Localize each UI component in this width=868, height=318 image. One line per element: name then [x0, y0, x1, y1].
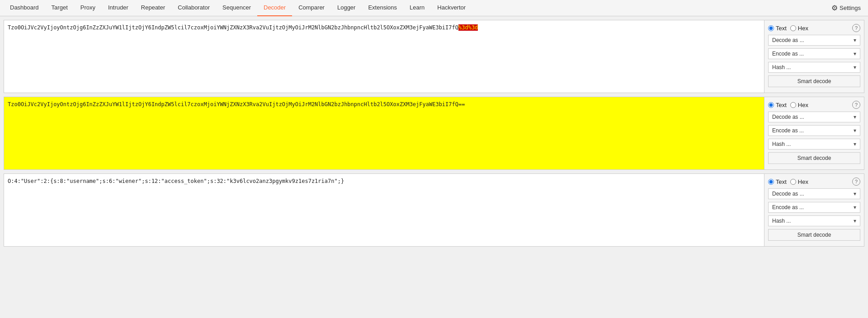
nav-item-decoder[interactable]: Decoder [257, 0, 292, 16]
panel1-smart-decode-button[interactable]: Smart decode [768, 75, 860, 87]
panel1-help-icon[interactable]: ? [852, 24, 860, 32]
panel1-decode-chevron-icon [854, 37, 856, 43]
nav-item-proxy[interactable]: Proxy [74, 0, 102, 16]
panel3-radio-group: Text Hex ? [768, 178, 860, 186]
gear-icon: ⚙ [831, 4, 838, 12]
decoder-panel-3: O:4:"User":2:{s:8:"username";s:6:"wiener… [4, 173, 864, 247]
panel1-decode-as-label: Decode as ... [772, 37, 804, 43]
panel2-hash-label: Hash ... [772, 141, 791, 147]
panel1-hex-radio-label[interactable]: Hex [790, 25, 808, 32]
panel1-hash-label: Hash ... [772, 64, 791, 70]
panel1-text-highlighted: %3d%3d [458, 24, 478, 31]
panel1-text-radio-label[interactable]: Text [768, 25, 787, 32]
panel3-decode-as-button[interactable]: Decode as ... [768, 188, 860, 199]
nav-item-collaborator[interactable]: Collaborator [171, 0, 216, 16]
panel2-text-radio[interactable] [768, 102, 774, 108]
panel2-controls: Text Hex ? Decode as ... Encode as ... H… [764, 97, 864, 169]
panel3-encode-as-label: Encode as ... [772, 204, 804, 210]
panel1-text-area[interactable]: Tzo0OiJVc2VyIjoyOntzOjg6InZzZXJuYW1lIjtz… [4, 20, 764, 93]
panel1-text-prefix: Tzo0OiJVc2VyIjoyOntzOjg6InZzZXJuYW1lIjtz… [8, 24, 458, 31]
panel3-encode-chevron-icon [854, 204, 856, 210]
panel1-encode-as-label: Encode as ... [772, 51, 804, 57]
panel3-hash-chevron-icon [854, 218, 856, 224]
panel3-decode-chevron-icon [854, 191, 856, 197]
panel2-hex-radio[interactable] [790, 102, 796, 108]
panel3-encode-as-button[interactable]: Encode as ... [768, 202, 860, 213]
panel2-radio-group: Text Hex ? [768, 101, 860, 109]
panel3-hash-button[interactable]: Hash ... [768, 215, 860, 226]
panel1-text-label: Text [776, 25, 787, 32]
panel2-hash-button[interactable]: Hash ... [768, 139, 860, 150]
panel3-text-area[interactable]: O:4:"User":2:{s:8:"username";s:6:"wiener… [4, 174, 764, 246]
nav-item-sequencer[interactable]: Sequencer [216, 0, 257, 16]
nav-item-dashboard[interactable]: Dashboard [4, 0, 45, 16]
nav-item-target[interactable]: Target [45, 0, 74, 16]
nav-item-extensions[interactable]: Extensions [362, 0, 403, 16]
panel1-decode-as-button[interactable]: Decode as ... [768, 35, 860, 46]
panel2-encode-as-button[interactable]: Encode as ... [768, 125, 860, 136]
panel1-encode-as-button[interactable]: Encode as ... [768, 48, 860, 59]
panel3-hex-radio[interactable] [790, 179, 796, 185]
panel2-help-icon[interactable]: ? [852, 101, 860, 109]
nav-item-hackvertor[interactable]: Hackvertor [431, 0, 472, 16]
panel2-smart-decode-button[interactable]: Smart decode [768, 152, 860, 164]
panel2-hex-radio-label[interactable]: Hex [790, 102, 808, 108]
nav-item-intruder[interactable]: Intruder [102, 0, 135, 16]
panel1-radio-group: Text Hex ? [768, 24, 860, 32]
panel3-smart-decode-button[interactable]: Smart decode [768, 229, 860, 241]
panel3-text-radio-label[interactable]: Text [768, 178, 787, 185]
panel3-hash-label: Hash ... [772, 218, 791, 224]
panel2-text-area[interactable]: Tzo0OiJVc2VyIjoyOntzOjg6InZzZXJuYW1lIjtz… [4, 97, 764, 169]
nav-bar: Dashboard Target Proxy Intruder Repeater… [0, 0, 868, 16]
panel3-controls: Text Hex ? Decode as ... Encode as ... H… [764, 174, 864, 246]
panel2-decode-as-button[interactable]: Decode as ... [768, 112, 860, 122]
panel2-encode-chevron-icon [854, 127, 856, 134]
panel1-text-radio[interactable] [768, 25, 774, 31]
nav-item-logger[interactable]: Logger [331, 0, 362, 16]
settings-label: Settings [840, 5, 861, 11]
panel2-hex-label: Hex [798, 102, 808, 108]
panel2-text-label: Text [776, 102, 787, 108]
main-content: Tzo0OiJVc2VyIjoyOntzOjg6InZzZXJuYW1lIjtz… [0, 16, 868, 254]
settings-button[interactable]: ⚙ Settings [828, 2, 864, 14]
panel2-decode-as-label: Decode as ... [772, 114, 804, 120]
panel1-hex-radio[interactable] [790, 25, 796, 31]
panel3-help-icon[interactable]: ? [852, 178, 860, 186]
panel1-hex-label: Hex [798, 25, 808, 32]
nav-item-comparer[interactable]: Comparer [292, 0, 331, 16]
decoder-panel-2: Tzo0OiJVc2VyIjoyOntzOjg6InZzZXJuYW1lIjtz… [4, 97, 864, 170]
panel1-hash-button[interactable]: Hash ... [768, 62, 860, 73]
panel2-encode-as-label: Encode as ... [772, 127, 804, 134]
nav-item-repeater[interactable]: Repeater [135, 0, 171, 16]
panel1-hash-chevron-icon [854, 64, 856, 70]
panel2-decode-chevron-icon [854, 114, 856, 120]
panel3-hex-label: Hex [798, 178, 808, 185]
panel3-text-content: O:4:"User":2:{s:8:"username";s:6:"wiener… [8, 178, 344, 184]
panel3-text-radio[interactable] [768, 179, 774, 185]
panel3-text-label: Text [776, 178, 787, 185]
panel3-hex-radio-label[interactable]: Hex [790, 178, 808, 185]
decoder-panel-1: Tzo0OiJVc2VyIjoyOntzOjg6InZzZXJuYW1lIjtz… [4, 20, 864, 93]
nav-item-learn[interactable]: Learn [403, 0, 431, 16]
panel1-encode-chevron-icon [854, 51, 856, 57]
panel2-text-content: Tzo0OiJVc2VyIjoyOntzOjg6InZzZXJuYW1lIjtz… [8, 101, 465, 108]
panel2-text-radio-label[interactable]: Text [768, 102, 787, 108]
panel1-controls: Text Hex ? Decode as ... Encode as ... H… [764, 20, 864, 93]
panel3-decode-as-label: Decode as ... [772, 191, 804, 197]
panel2-hash-chevron-icon [854, 141, 856, 147]
